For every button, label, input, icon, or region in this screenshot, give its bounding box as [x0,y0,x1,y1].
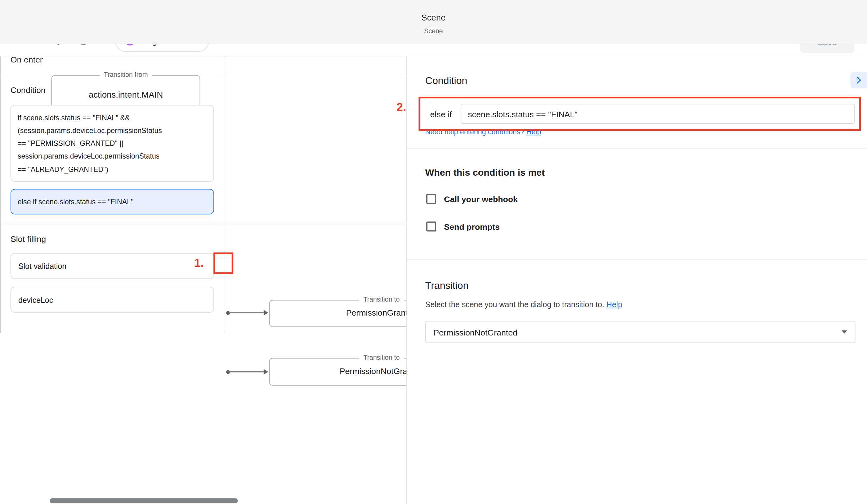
scene-node-header: Scene Scene [0,0,867,44]
transition-help-link[interactable]: Help [607,300,622,309]
webhook-checkbox[interactable] [426,194,436,204]
prompts-checkbox[interactable] [426,221,436,231]
app-root: Scene Scene English Cancel Save Transiti… [0,0,867,504]
horizontal-scrollbar[interactable] [50,498,238,503]
on-enter-title: On enter [11,55,43,64]
annotation-step-2: 2. [396,100,406,114]
dropdown-caret-icon [842,330,847,334]
condition-item-1[interactable]: if scene.slots.status == "FINAL" && (ses… [11,105,214,182]
transition-line-1 [229,312,264,313]
prompts-checkbox-row: Send prompts [426,221,500,231]
transition-arrow-2-icon [264,369,268,375]
transition-title: Transition [425,280,468,292]
panel-divider-1 [407,148,867,149]
scene-select-dropdown[interactable]: PermissionNotGranted [425,321,855,343]
slot-item-deviceloc[interactable]: deviceLoc [11,287,214,313]
condition-prefix-label: else if [430,109,452,119]
when-met-title: When this condition is met [425,167,545,178]
webhook-checkbox-label: Call your webhook [444,194,518,204]
prompts-checkbox-label: Send prompts [444,222,500,231]
scene-node[interactable]: Transition to Scene Scene On enter + Con… [0,0,224,333]
condition-item-2[interactable]: else if scene.slots.status == "FINAL" [11,189,214,215]
condition-title: Condition [11,85,46,94]
condition-row: else if [420,98,859,129]
dropdown-value: PermissionNotGranted [434,327,517,337]
chevron-right-icon [854,75,864,85]
transition-arrow-1-icon [264,310,268,316]
panel-title: Condition [425,75,467,87]
target-granted-label: Transition to [359,296,404,304]
annotation-step-1: 1. [194,256,204,270]
transition-description: Select the scene you want the dialog to … [425,300,604,309]
transition-description-row: Select the scene you want the dialog to … [425,300,622,309]
slot-filling-title: Slot filling [11,234,46,243]
target-not-granted-label: Transition to [359,353,404,361]
transition-line-2 [229,372,264,372]
collapse-panel-button[interactable] [850,72,867,88]
webhook-checkbox-row: Call your webhook [426,194,518,204]
slot-item-validation[interactable]: Slot validation [11,253,214,279]
panel-divider-2 [407,259,867,260]
condition-expression-input[interactable] [461,104,855,124]
annotation-box-2: else if [419,97,861,131]
scene-node-subtitle: Scene [0,27,867,35]
annotation-box-1 [214,252,233,274]
scene-node-title: Scene [0,13,867,23]
